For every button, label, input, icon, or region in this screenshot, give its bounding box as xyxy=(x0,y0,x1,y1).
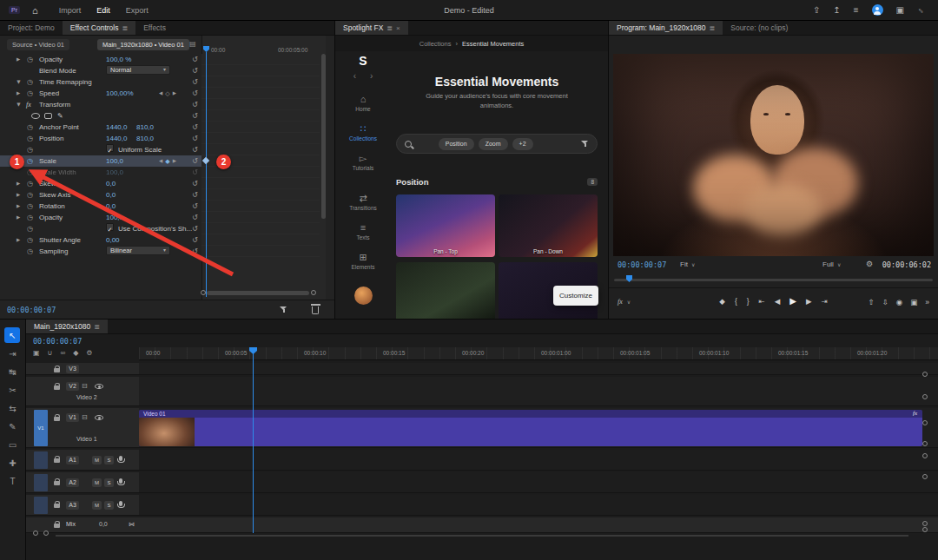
lift-button[interactable]: ⇧ xyxy=(869,298,875,306)
reset-icon[interactable]: ↺ xyxy=(192,246,198,257)
comparison-view-button[interactable]: ▣ xyxy=(910,298,917,306)
filter-chip-zoom[interactable]: Zoom xyxy=(479,138,508,150)
mute-button[interactable]: M xyxy=(92,478,102,487)
home-icon[interactable]: ⌂ xyxy=(32,5,38,16)
track-resize-handle[interactable] xyxy=(33,530,38,536)
track-name[interactable]: V1 xyxy=(66,413,79,422)
pen-mask-icon[interactable]: ✎ xyxy=(57,110,63,122)
property-value[interactable]: 1440,0 xyxy=(106,122,127,133)
reset-icon[interactable]: ↺ xyxy=(192,99,198,110)
track-resize-handle[interactable] xyxy=(922,474,928,479)
expand-icon[interactable]: ▶ xyxy=(17,234,20,246)
expand-icon[interactable]: ▶ xyxy=(17,212,20,223)
effect-row[interactable]: ◷✓Uniform Scale↺ xyxy=(0,144,201,155)
prev-keyframe-icon[interactable]: ◀ xyxy=(159,155,162,167)
track-resize-handle[interactable] xyxy=(922,527,928,532)
track-lane-a3[interactable] xyxy=(139,495,938,516)
quick-export-icon[interactable]: ⇪ xyxy=(813,5,820,15)
program-preview[interactable] xyxy=(613,54,934,256)
playback-resolution-dropdown[interactable]: Full ∨ xyxy=(822,260,841,268)
menu-import[interactable]: Import xyxy=(59,6,82,15)
track-lane-v2[interactable] xyxy=(139,377,938,406)
effect-row-transform[interactable]: ▶fxTransform↺ xyxy=(0,99,201,110)
effect-row[interactable]: ◷✓Use Composition's Sh...↺ xyxy=(0,223,201,234)
source-patch-a3[interactable] xyxy=(34,497,48,514)
back-button[interactable]: ‹ xyxy=(353,71,356,81)
property-value[interactable]: 1440,0 xyxy=(106,133,127,144)
tab-spotlight-fx[interactable]: Spotlight FX≣× xyxy=(335,21,408,35)
time-ruler[interactable]: 00:0000:00:0500:00:1000:00:1500:00:2000:… xyxy=(139,347,938,360)
track-header-v2[interactable]: V2⊟Video 2 xyxy=(26,377,139,406)
timeline-clip-video-01[interactable]: Video 01 fx xyxy=(139,410,922,446)
selected-clip-chip[interactable]: Main_1920x1080 • Video 01 xyxy=(97,39,189,50)
source-patch-v1[interactable]: V1 xyxy=(34,410,48,446)
effect-row-shutter-angle[interactable]: ▶◷Shutter Angle0,00↺ xyxy=(0,234,201,246)
track-lane-v3[interactable] xyxy=(139,363,938,375)
stopwatch-icon[interactable]: ◷ xyxy=(27,155,33,167)
track-select-tool[interactable]: ⇥ xyxy=(0,345,25,362)
property-value[interactable]: 0,0 xyxy=(106,178,116,189)
mute-button[interactable]: M xyxy=(92,456,102,464)
mix-automation-icon[interactable]: ⋈ xyxy=(129,521,135,528)
mark-in-button[interactable]: { xyxy=(735,297,737,306)
mark-out-button[interactable]: } xyxy=(747,297,750,306)
scrollbar-end-handle[interactable] xyxy=(201,290,206,295)
expand-icon[interactable]: ▶ xyxy=(17,201,20,212)
workspaces-icon[interactable]: ≡ xyxy=(854,5,859,15)
hand-tool[interactable]: ✚ xyxy=(0,454,25,471)
keyframe-view-toggle-icon[interactable]: ▤ xyxy=(189,40,196,48)
share-icon[interactable]: ↥ xyxy=(833,5,840,15)
property-value[interactable]: 100,0 xyxy=(106,212,123,223)
forward-button[interactable]: › xyxy=(370,71,373,81)
dropdown[interactable]: Bilinear▾ xyxy=(106,246,170,255)
track-resize-handle[interactable] xyxy=(43,530,49,536)
zoom-level-dropdown[interactable]: Fit ∨ xyxy=(680,260,695,268)
track-lock-icon[interactable] xyxy=(54,417,60,421)
track-resize-handle[interactable] xyxy=(922,453,928,458)
extract-button[interactable]: ⇩ xyxy=(882,298,888,306)
effect-row-opacity[interactable]: ▶◷Opacity100,0 %↺ xyxy=(0,54,201,65)
stopwatch-icon[interactable]: ◷ xyxy=(27,212,33,223)
track-lock-icon[interactable] xyxy=(54,385,60,390)
tab-main-1920x1080[interactable]: Main_1920x1080≣ xyxy=(26,320,108,333)
source-patch-a2[interactable] xyxy=(34,474,48,491)
filter-chip-2[interactable]: +2 xyxy=(512,138,533,150)
track-header-a2[interactable]: A2MS xyxy=(26,472,139,493)
track-lock-icon[interactable] xyxy=(54,458,60,463)
add-marker-button[interactable]: ◆ xyxy=(719,297,725,306)
expand-icon[interactable]: ▶ xyxy=(13,80,24,83)
effect-row-skew-axis[interactable]: ▶◷Skew Axis0,0↺ xyxy=(0,189,201,201)
program-scrubber[interactable] xyxy=(614,279,933,281)
track-resize-handle[interactable] xyxy=(922,420,928,425)
avatar[interactable] xyxy=(354,287,373,305)
effect-row-scale-width[interactable]: ◷Scale Width100,0↺ xyxy=(0,167,201,178)
property-value[interactable]: 0,0 xyxy=(106,189,116,201)
property-value[interactable]: 100,0 xyxy=(106,167,123,178)
reset-icon[interactable]: ↺ xyxy=(192,234,198,246)
panel-menu-icon[interactable]: ≣ xyxy=(94,323,100,331)
reset-icon[interactable]: ↺ xyxy=(192,189,198,201)
sidebar-item-home[interactable]: ⌂Home xyxy=(335,89,391,118)
timeline-timecode[interactable]: 00:00:00:07 xyxy=(33,337,82,346)
breadcrumb-parent[interactable]: Collections xyxy=(419,40,452,48)
delete-icon[interactable] xyxy=(312,306,319,314)
stopwatch-icon[interactable]: ◷ xyxy=(27,54,33,65)
effect-controls-hscrollbar[interactable] xyxy=(207,291,309,295)
razor-tool[interactable]: ✂ xyxy=(0,381,25,399)
keyframe-navigator[interactable]: ◀◇▶ xyxy=(159,88,176,99)
track-name[interactable]: A2 xyxy=(66,478,79,487)
preset-item-pan-top[interactable]: Pan - Top xyxy=(396,194,495,257)
track-resize-handle[interactable] xyxy=(922,441,928,446)
snap-icon[interactable]: ∪ xyxy=(48,349,53,357)
tab-program-main-1920x1080[interactable]: Program: Main_1920x1080≣ xyxy=(609,21,723,35)
play-button[interactable]: ▶ xyxy=(789,296,796,306)
reset-icon[interactable]: ↺ xyxy=(192,212,198,223)
reset-icon[interactable]: ↺ xyxy=(192,155,198,167)
program-timecode[interactable]: 00:00:00:07 xyxy=(618,260,666,269)
sidebar-item-tutorials[interactable]: ▻Tutorials xyxy=(335,148,391,177)
dropdown[interactable]: Normal▾ xyxy=(106,65,170,75)
tab-project-demo[interactable]: Project: Demo xyxy=(0,21,63,35)
reset-icon[interactable]: ↺ xyxy=(192,65,198,76)
stopwatch-icon[interactable]: ◷ xyxy=(27,223,33,234)
next-keyframe-icon[interactable]: ▶ xyxy=(173,155,176,167)
